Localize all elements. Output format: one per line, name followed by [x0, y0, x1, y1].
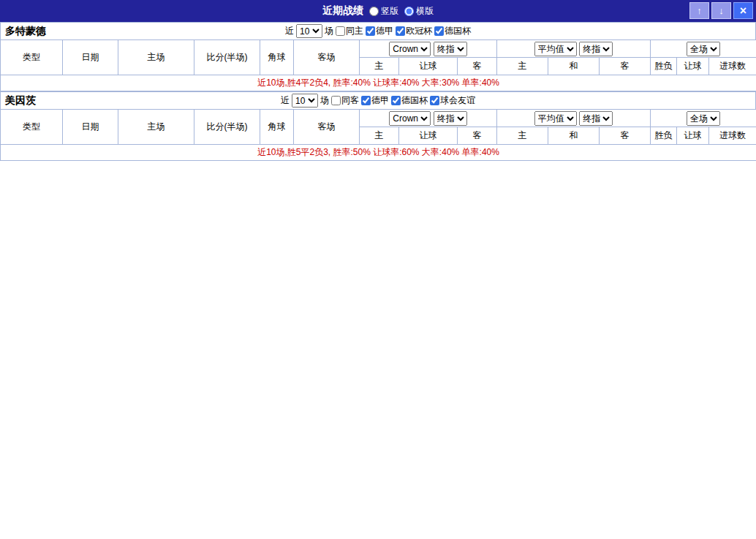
col-header-corner: 角球: [260, 40, 294, 75]
close-button[interactable]: ×: [733, 2, 753, 19]
near-label: 近: [285, 25, 294, 37]
average-select[interactable]: 平均值: [534, 42, 577, 56]
table-header-row-1: 类型 日期 主场 比分(半场) 角球 客场 Crown 终指 平均值 终指: [1, 110, 756, 127]
col-header-asian-away: 客: [458, 58, 497, 75]
near-label: 近: [281, 94, 290, 107]
scope-select[interactable]: 全场: [687, 111, 720, 126]
bookmaker-select[interactable]: Crown: [389, 111, 431, 126]
summary-text: 近10场,胜4平2负4, 胜率:40% 让球率:40% 大率:30% 单率:40…: [1, 75, 756, 91]
col-header-result: 胜负: [651, 127, 677, 145]
competition-filter-3[interactable]: 德国杯: [434, 25, 471, 37]
team-name: 多特蒙德: [5, 25, 46, 38]
col-header-handicap: 让球: [677, 58, 709, 75]
col-header-asian-away: 客: [458, 127, 497, 145]
same-venue-filter[interactable]: 同主: [336, 25, 363, 37]
scope-select[interactable]: 全场: [687, 42, 720, 56]
competition-filter-3[interactable]: 球会友谊: [430, 94, 475, 107]
col-header-euro-away: 客: [600, 58, 651, 75]
col-header-type: 类型: [1, 110, 63, 145]
summary-row: 近10场,胜4平2负4, 胜率:40% 让球率:40% 大率:30% 单率:40…: [1, 75, 756, 91]
col-header-date: 日期: [63, 40, 118, 75]
col-header-euro-draw: 和: [548, 127, 600, 145]
average-select[interactable]: 平均值: [534, 111, 577, 126]
competition-filter-1[interactable]: 德甲: [366, 25, 393, 37]
bookmaker-select[interactable]: Crown: [389, 42, 431, 56]
title-group: 近期战绩 竖版 横版: [322, 4, 434, 18]
competition-filter-1[interactable]: 德甲: [361, 94, 389, 107]
competition-label-1: 德甲: [376, 25, 393, 37]
games-label: 场: [320, 94, 329, 107]
team-name: 美因茨: [5, 94, 36, 108]
col-header-euro-home: 主: [497, 58, 548, 75]
competition-filter-2[interactable]: 欧冠杯: [396, 25, 432, 37]
col-header-asian-line: 让球: [399, 58, 458, 75]
scroll-up-button[interactable]: ↑: [689, 2, 709, 19]
vertical-radio-label: 竖版: [381, 5, 398, 18]
col-header-goals: 进球数: [709, 127, 756, 145]
col-header-asian-home: 主: [360, 58, 399, 75]
col-header-type: 类型: [1, 40, 63, 75]
match-count-select[interactable]: 10: [292, 94, 318, 108]
results-table: 类型 日期 主场 比分(半场) 角球 客场 Crown 终指 平均值 终指: [0, 109, 756, 161]
col-header-home: 主场: [118, 40, 194, 75]
games-label: 场: [325, 25, 333, 37]
same-venue-label: 同主: [346, 25, 363, 37]
layout-vertical-option[interactable]: 竖版: [369, 5, 398, 18]
col-header-score: 比分(半场): [194, 40, 260, 75]
col-header-euro-home: 主: [497, 127, 548, 145]
window-buttons: ↑ ↓ ×: [689, 2, 753, 19]
asian-final-select[interactable]: 终指: [434, 42, 467, 56]
same-venue-filter[interactable]: 同客: [331, 94, 359, 107]
asian-odds-group: Crown 终指: [360, 110, 497, 127]
competition-label-2: 德国杯: [401, 94, 428, 107]
competition-checkbox-3[interactable]: [434, 26, 444, 36]
col-header-asian-home: 主: [360, 127, 399, 145]
filter-controls: 近 10 场 同主 德甲 欧冠杯 德国杯: [285, 24, 471, 38]
col-header-euro-draw: 和: [548, 58, 600, 75]
col-header-handicap: 让球: [677, 127, 709, 145]
competition-filter-2[interactable]: 德国杯: [391, 94, 428, 107]
vertical-radio[interactable]: [369, 7, 379, 16]
competition-checkbox-2[interactable]: [396, 26, 405, 36]
title-bar: 近期战绩 竖版 横版 ↑ ↓ ×: [0, 0, 756, 22]
euro-odds-group: 平均值 终指: [497, 110, 651, 127]
col-header-away: 客场: [294, 40, 360, 75]
window-title: 近期战绩: [322, 4, 363, 18]
summary-text: 近10场,胜5平2负3, 胜率:50% 让球率:60% 大率:40% 单率:40…: [1, 145, 756, 161]
same-venue-checkbox[interactable]: [331, 96, 341, 105]
competition-label-3: 德国杯: [445, 25, 471, 37]
competition-checkbox-3[interactable]: [430, 96, 439, 105]
table-header-row-1: 类型 日期 主场 比分(半场) 角球 客场 Crown 终指 平均值 终指: [1, 40, 756, 58]
competition-checkbox-1[interactable]: [366, 26, 375, 36]
competition-label-1: 德甲: [371, 94, 389, 107]
col-header-score: 比分(半场): [194, 110, 260, 145]
col-header-goals: 进球数: [709, 58, 756, 75]
col-header-home: 主场: [118, 110, 194, 145]
scroll-down-button[interactable]: ↓: [711, 2, 731, 19]
competition-checkbox-2[interactable]: [391, 96, 401, 105]
horizontal-radio[interactable]: [404, 7, 414, 16]
col-header-away: 客场: [294, 110, 360, 145]
recent-results-window: 近期战绩 竖版 横版 ↑ ↓ × 多特蒙德 近 10 场: [0, 0, 756, 161]
col-header-corner: 角球: [260, 110, 294, 145]
euro-final-select[interactable]: 终指: [579, 111, 613, 126]
col-header-result: 胜负: [651, 58, 677, 75]
filter-controls: 近 10 场 同客 德甲 德国杯 球会友谊: [281, 94, 475, 108]
same-venue-label: 同客: [341, 94, 359, 107]
col-header-date: 日期: [63, 110, 118, 145]
match-count-select[interactable]: 10: [296, 24, 322, 38]
euro-final-select[interactable]: 终指: [579, 42, 613, 56]
asian-odds-group: Crown 终指: [360, 40, 497, 58]
horizontal-radio-label: 横版: [416, 5, 434, 18]
same-venue-checkbox[interactable]: [336, 26, 345, 36]
competition-checkbox-1[interactable]: [361, 96, 371, 105]
team-section-mainz: 美因茨 近 10 场 同客 德甲 德国杯 球: [0, 91, 756, 161]
section-header: 美因茨 近 10 场 同客 德甲 德国杯 球: [0, 91, 756, 109]
section-header: 多特蒙德 近 10 场 同主 德甲 欧冠杯: [0, 22, 756, 39]
asian-final-select[interactable]: 终指: [434, 111, 467, 126]
competition-label-2: 欧冠杯: [406, 25, 432, 37]
competition-label-3: 球会友谊: [440, 94, 475, 107]
col-header-euro-away: 客: [600, 127, 651, 145]
layout-horizontal-option[interactable]: 横版: [404, 5, 434, 18]
team-section-dortmund: 多特蒙德 近 10 场 同主 德甲 欧冠杯: [0, 22, 756, 91]
